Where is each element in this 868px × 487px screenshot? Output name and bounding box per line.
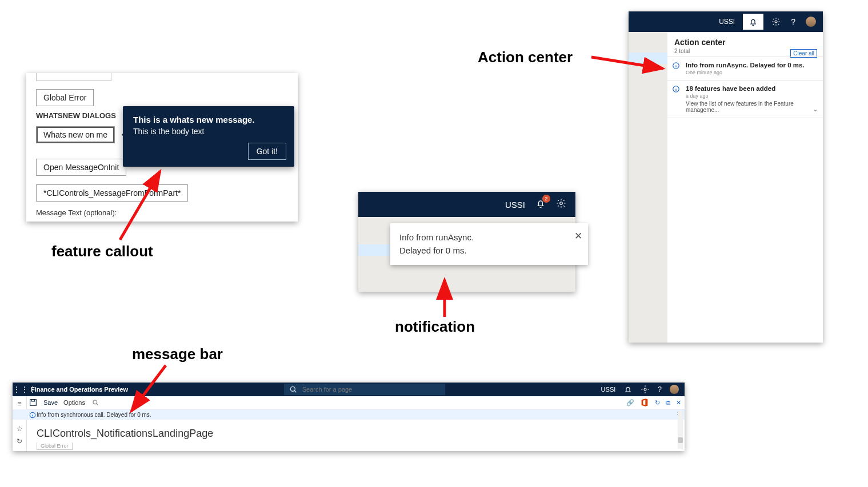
svg-line-9 <box>294 391 296 392</box>
svg-point-10 <box>644 388 646 391</box>
whats-new-button[interactable]: Whats new on me <box>36 126 115 143</box>
partial-control-top <box>36 73 111 81</box>
company-picker[interactable]: USSI <box>505 200 525 210</box>
left-rail: ≡ ⌂ ☆ ↻ <box>13 396 27 451</box>
close-icon[interactable]: ✕ <box>574 229 582 244</box>
star-icon[interactable]: ☆ <box>17 425 23 433</box>
svg-rect-12 <box>31 400 34 401</box>
gear-icon[interactable] <box>556 198 566 211</box>
info-icon <box>29 411 37 420</box>
item-title: 18 features have been added <box>686 85 807 92</box>
item-meta: a day ago <box>686 93 807 99</box>
help-icon[interactable]: ? <box>791 17 795 26</box>
office-icon[interactable] <box>640 398 649 407</box>
svg-point-0 <box>560 202 563 205</box>
page-title: CLIControls_NotificationsLandingPage <box>37 428 674 440</box>
highlight-strip <box>629 53 667 64</box>
annotation-action-center: Action center <box>478 49 573 66</box>
svg-rect-11 <box>30 400 37 406</box>
refresh-icon[interactable]: ↻ <box>655 399 660 406</box>
action-center-item[interactable]: 18 features have been added a day ago Vi… <box>667 80 823 118</box>
toast-line1: Info from runAsync. <box>399 231 565 244</box>
svg-point-13 <box>93 400 97 404</box>
section-label-whatsnew: WHATSNEW DIALOGS <box>36 111 116 120</box>
annotation-feature-callout: feature callout <box>51 243 153 260</box>
search-input[interactable] <box>301 385 441 393</box>
notification-toast: ✕ Info from runAsync. Delayed for 0 ms. <box>390 223 588 265</box>
save-button[interactable]: Save <box>43 399 58 406</box>
info-icon <box>672 85 680 95</box>
toast-line2: Delayed for 0 ms. <box>399 244 565 257</box>
message-bar-text: Info from synchronous call. Delayed for … <box>37 412 151 418</box>
company-picker[interactable]: USSI <box>601 386 616 393</box>
svg-line-14 <box>97 404 98 405</box>
info-icon <box>672 62 680 72</box>
global-error-button[interactable]: Global Error <box>36 89 94 106</box>
waffle-icon[interactable]: ⋮⋮⋮ <box>13 385 27 394</box>
message-bar-panel: ⋮⋮⋮ Finance and Operations Preview USSI … <box>13 383 685 451</box>
annotation-message-bar: message bar <box>132 345 223 363</box>
attach-icon[interactable]: 🔗 <box>626 399 634 406</box>
bell-icon[interactable] <box>743 14 763 30</box>
item-meta: One minute ago <box>686 70 807 75</box>
open-message-on-init-button[interactable]: Open MessageOnInit <box>36 159 126 176</box>
notification-badge: 2 <box>542 195 550 203</box>
message-bar: Info from synchronous call. Delayed for … <box>13 409 685 420</box>
app-title: Finance and Operations Preview <box>31 386 128 393</box>
search-box[interactable] <box>284 384 445 395</box>
cli-controls-message-button[interactable]: *CLIControls_MessageFromFormPart* <box>36 184 188 202</box>
item-desc: View the list of new features in the Fea… <box>686 100 807 113</box>
avatar[interactable] <box>806 17 816 27</box>
action-center-item[interactable]: Info from runAsync. Delayed for 0 ms. On… <box>667 57 823 81</box>
options-button[interactable]: Options <box>63 399 85 406</box>
svg-point-1 <box>775 21 777 23</box>
action-center-title: Action center <box>674 38 816 47</box>
action-center-body: Action center 2 total Clear all Info fro… <box>667 32 823 343</box>
toolbar: Save Options 🔗 ↻ ⧉ ✕ <box>13 396 685 409</box>
chevron-down-icon[interactable]: ⌄ <box>813 105 818 113</box>
save-icon[interactable] <box>29 398 38 407</box>
avatar[interactable] <box>670 385 679 394</box>
notification-top-bar: USSI 2 <box>358 192 575 217</box>
search-tool-icon[interactable] <box>91 398 100 407</box>
bell-icon[interactable]: 2 <box>535 198 546 211</box>
gear-icon[interactable] <box>771 17 781 26</box>
item-title: Info from runAsync. Delayed for 0 ms. <box>686 62 807 69</box>
search-icon <box>289 385 298 394</box>
hamburger-icon[interactable]: ≡ <box>17 400 21 408</box>
whats-new-flyout: This is a whats new message. This is the… <box>123 106 294 167</box>
scrollbar[interactable] <box>678 411 683 449</box>
close-icon[interactable]: ✕ <box>676 399 681 406</box>
flyout-title: This is a whats new message. <box>133 115 284 124</box>
company-picker[interactable]: USSI <box>719 18 735 26</box>
clipped-control: Global Error <box>37 442 73 450</box>
flyout-body: This is the body text <box>133 127 284 136</box>
popout-icon[interactable]: ⧉ <box>666 399 670 406</box>
help-icon[interactable]: ? <box>658 385 662 393</box>
message-text-label: Message Text (optional): <box>36 208 117 217</box>
bell-icon[interactable] <box>623 385 633 394</box>
action-center-panel: USSI ? Action center 2 total Clear all I… <box>629 11 823 343</box>
got-it-button[interactable]: Got it! <box>248 143 286 160</box>
notification-panel: USSI 2 ✕ Info from runAsync. Delayed for… <box>358 192 575 292</box>
action-center-top-bar: USSI ? <box>629 11 823 32</box>
history-icon[interactable]: ↻ <box>17 437 22 445</box>
app-top-bar: ⋮⋮⋮ Finance and Operations Preview USSI … <box>13 383 685 396</box>
svg-point-8 <box>290 387 295 391</box>
annotation-notification: notification <box>395 318 475 336</box>
gear-icon[interactable] <box>641 385 650 394</box>
